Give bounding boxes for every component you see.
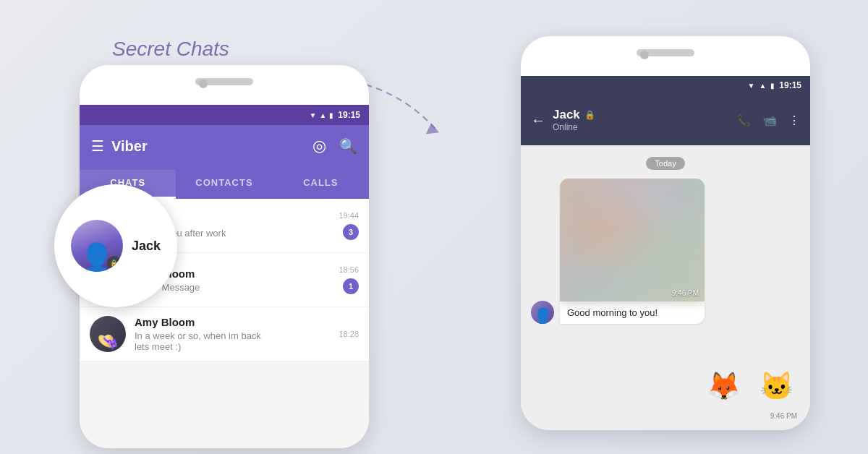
search-icon[interactable]: 🔍 [339,137,357,155]
chat-item-amy2[interactable]: 👒 Amy Bloom In a week or so, when im bac… [80,307,369,361]
message-bubble-image: 9:46 PM Good morning to you! [560,179,705,324]
menu-icon[interactable]: ☰ [91,137,104,155]
phone-right-screen: ▼ ▲ ▮ 19:15 ← Jack 🔒 Online 📞 📹 ⋮ [521,76,810,430]
viber-title: Viber [111,138,148,155]
status-bar-right: ▼ ▲ ▮ 19:15 [521,76,810,95]
msg-image: 9:46 PM [560,179,705,301]
mag-name: Jack [132,239,161,254]
video-icon[interactable]: 📹 [762,113,777,127]
viber-logo-icon[interactable]: ◎ [312,137,326,155]
mag-lock-icon: 🔒 [107,256,122,270]
chat-name-amy2: Amy Bloom [135,316,339,328]
chat-lock-icon: 🔒 [584,110,595,120]
chat-preview2-amy2: lets meet :) [135,341,339,352]
stickers-row: 🦊 🐱 9:46 PM [521,362,810,430]
mag-text: Jack [132,239,161,254]
phone-right-camera [640,51,649,59]
status-time-right: 19:15 [779,80,801,90]
viber-header: ☰ Viber ◎ 🔍 [80,125,369,167]
battery-icon-right: ▮ [770,82,775,90]
status-bar-left: ▼ ▲ ▮ 19:15 [80,105,369,125]
message-row-image: 👤 9:46 PM Good morning to you! [531,179,800,324]
wifi-icon-right: ▼ [747,82,754,90]
tab-contacts[interactable]: CONTACTS [176,170,272,199]
chat-preview-amy2: In a week or so, when im back [135,330,339,341]
msg-image-blur [560,179,705,301]
battery-icon: ▮ [329,111,333,119]
mag-avatar: 👤 🔒 [71,220,123,272]
chat-badge-jack: 3 [343,224,359,240]
chat-status: Online [553,122,729,132]
wifi-icon: ▼ [309,111,316,119]
signal-icon: ▲ [319,111,326,119]
chat-meta-amy2: 18:28 [339,330,359,338]
signal-icon-right: ▲ [759,82,766,90]
chat-meta-jack: 19:44 3 [339,211,359,240]
sticker-2: 🐱 [753,362,800,409]
messages-area: Today 👤 9:46 PM Good morning to you! [521,145,810,362]
chat-time-amy2: 18:28 [339,330,359,338]
phone-right: ▼ ▲ ▮ 19:15 ← Jack 🔒 Online 📞 📹 ⋮ [521,36,810,430]
msg-image-time: 9:46 PM [672,289,699,297]
chat-header-info: Jack 🔒 Online [553,108,729,132]
avatar-amy2: 👒 [90,316,126,352]
chat-time-amy1: 18:56 [339,265,359,274]
date-separator: Today [531,157,800,170]
chat-preview-amy1: Photo Message [135,282,339,293]
sticker-1: 🦊 [700,362,747,409]
msg-text: Good morning to you! [560,301,705,324]
viber-header-right: ◎ 🔍 [312,137,357,155]
back-button[interactable]: ← [531,112,545,129]
msg-avatar-person: 👤 [533,307,553,324]
svg-marker-0 [426,123,439,134]
chat-info-amy2: Amy Bloom In a week or so, when im back … [135,316,339,352]
status-time-left: 19:15 [338,110,360,120]
status-icons-left: ▼ ▲ ▮ [309,111,333,119]
magnify-inner: 👤 🔒 Jack [64,213,168,279]
chat-contact-name: Jack 🔒 [553,108,729,122]
chat-meta-amy1: 18:56 1 [339,265,359,294]
more-icon[interactable]: ⋮ [788,113,800,127]
chat-header-actions: 📞 📹 ⋮ [736,113,800,127]
date-pill: Today [646,157,684,170]
sticker-pair: 🦊 🐱 [700,362,800,409]
sticker-time: 9:46 PM [770,412,800,420]
chat-time-jack: 19:44 [339,211,359,220]
viber-header-left: ☰ Viber [91,137,148,155]
chat-badge-amy1: 1 [343,278,359,294]
tab-calls[interactable]: CALLS [273,170,369,199]
magnify-circle: 👤 🔒 Jack [54,184,177,307]
msg-avatar: 👤 [531,301,554,324]
phone-left-camera [199,80,208,88]
call-icon[interactable]: 📞 [736,113,751,127]
chat-header: ← Jack 🔒 Online 📞 📹 ⋮ [521,95,810,145]
